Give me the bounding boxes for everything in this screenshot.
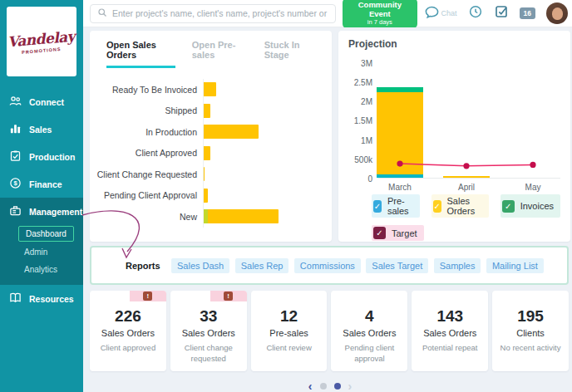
projection-title: Projection — [348, 38, 560, 50]
topbar: Community Event in 7 days Chat 16 — [83, 0, 572, 27]
chevron-left-icon[interactable]: ‹ — [308, 380, 313, 392]
search-box — [90, 4, 336, 23]
bar-track — [203, 185, 327, 207]
legend-sales-orders[interactable]: ✓ Sales Orders — [431, 194, 489, 218]
stat-card-client-approved[interactable]: ! 226 Sales Orders Client approved — [90, 291, 166, 371]
bar-row: Client Change Requested — [95, 164, 327, 185]
bar[interactable] — [204, 209, 279, 223]
card-value: 12 — [254, 307, 325, 326]
bar[interactable] — [204, 104, 210, 118]
sidebar-item-production[interactable]: Production — [0, 143, 83, 170]
sidebar-subitem-admin[interactable]: Admin — [0, 243, 83, 261]
y-tick: 0 — [348, 174, 372, 184]
legend-label: Pre-sales — [387, 196, 413, 216]
stat-cards-row: ! 226 Sales Orders Client approved ! 33 … — [90, 291, 569, 371]
stat-card-pending-approval[interactable]: 4 Sales Orders Pending client approval — [331, 291, 407, 371]
card-value: 4 — [333, 307, 405, 326]
sidebar-item-connect[interactable]: Connect — [0, 88, 83, 115]
legend-invoices[interactable]: ✓ Invoices — [500, 194, 560, 218]
clock-icon[interactable] — [468, 4, 483, 22]
y-tick: 2M — [348, 97, 372, 106]
target-line — [378, 64, 572, 189]
nav-sales-target[interactable]: Sales Target — [366, 258, 428, 273]
pagination: ‹ › — [90, 380, 570, 392]
stat-card-no-activity[interactable]: 195 Clients No recent activity — [492, 291, 569, 371]
brand-logo[interactable]: Vandelay PROMOTIONS — [7, 7, 76, 76]
checkbox-checked-icon[interactable]: ✓ — [373, 200, 382, 213]
checkbox-checked-icon[interactable]: ✓ — [373, 227, 386, 239]
legend-pre-sales[interactable]: ✓ Pre-sales — [372, 194, 420, 218]
nav-samples[interactable]: Samples — [434, 258, 481, 273]
dollar-circle-icon: $ — [9, 177, 22, 191]
community-event-title: Community Event — [350, 1, 409, 19]
bar-track — [203, 121, 327, 143]
checkbox-checked-icon[interactable]: ✓ — [502, 200, 515, 213]
bar-label: New — [95, 212, 203, 222]
page-dot-1[interactable] — [320, 383, 327, 390]
bar[interactable] — [204, 167, 205, 181]
open-orders-panel: Open Sales Orders Open Pre-sales Stuck I… — [90, 31, 332, 242]
y-tick: 2.5M — [348, 78, 372, 87]
tab-stuck-in-stage[interactable]: Stuck In Stage — [264, 40, 317, 68]
bar-label: Shipped — [95, 105, 203, 115]
bar-row: Pending Client Approval — [95, 185, 327, 207]
nav-mailing-list[interactable]: Mailing List — [486, 258, 544, 273]
chat-button[interactable]: Chat — [424, 4, 457, 23]
clipboard-check-icon — [9, 149, 22, 164]
bar[interactable] — [204, 82, 216, 96]
alert-icon: ! — [224, 292, 233, 301]
sidebar-item-finance[interactable]: $ Finance — [0, 170, 83, 198]
card-subtitle: Pending client approval — [333, 343, 405, 365]
y-tick: 1.5M — [348, 116, 372, 125]
sidebar-item-resources[interactable]: Resources — [0, 285, 83, 312]
reports-nav: Reports Sales Dash Sales Rep Commissions… — [90, 246, 569, 285]
sidebar-item-sales[interactable]: Sales — [0, 115, 83, 143]
alert-strip: ! — [210, 291, 247, 301]
bar-label: Client Change Requested — [95, 169, 203, 179]
bar-label: Ready To Be Invoiced — [95, 85, 203, 95]
nav-commissions[interactable]: Commissions — [294, 258, 361, 273]
page-dot-2[interactable] — [334, 383, 341, 390]
checkbox-checked-icon[interactable]: ✓ — [433, 200, 441, 213]
sidebar-item-label: Management — [29, 207, 82, 217]
y-tick: 1M — [348, 136, 372, 145]
stat-card-potential-repeat[interactable]: 143 Sales Orders Potential repeat — [412, 291, 488, 371]
nav-sales-rep[interactable]: Sales Rep — [235, 258, 289, 273]
chevron-right-icon[interactable]: › — [348, 380, 353, 392]
community-event-button[interactable]: Community Event in 7 days — [343, 0, 417, 28]
projection-panel: Projection 3M 2.5M 2M 1.5M 1M 500k 0 — [338, 31, 570, 242]
sidebar-subitem-dashboard[interactable]: Dashboard — [18, 226, 74, 242]
search-input[interactable] — [112, 8, 328, 18]
nav-sales-dash[interactable]: Sales Dash — [171, 258, 229, 273]
bar[interactable] — [204, 125, 259, 139]
sidebar-item-label: Production — [29, 152, 75, 162]
chat-bubble-icon — [424, 4, 440, 23]
sidebar: Vandelay PROMOTIONS Connect Sales Produc… — [0, 0, 83, 392]
projection-chart: 3M 2.5M 2M 1.5M 1M 500k 0 March April — [348, 64, 560, 184]
notification-count-badge[interactable]: 16 — [520, 7, 535, 19]
sidebar-item-label: Finance — [29, 179, 62, 189]
card-value: 33 — [173, 307, 244, 326]
main-area: Community Event in 7 days Chat 16 — [83, 0, 572, 392]
bar-track — [203, 79, 327, 100]
bar[interactable] — [204, 146, 210, 160]
stat-card-change-requested[interactable]: ! 33 Sales Orders Client change requeste… — [170, 291, 247, 371]
bar-track — [203, 206, 327, 228]
brand-name: Vandelay — [7, 27, 76, 50]
stat-card-client-review[interactable]: 12 Pre-sales Client review — [251, 291, 328, 371]
nav-reports[interactable]: Reports — [120, 258, 166, 273]
card-title: Sales Orders — [333, 328, 405, 338]
tasks-icon[interactable] — [494, 4, 509, 22]
card-title: Sales Orders — [173, 328, 244, 338]
sidebar-subitem-analytics[interactable]: Analytics — [0, 261, 83, 278]
card-subtitle: Potential repeat — [414, 343, 486, 354]
legend-target[interactable]: ✓ Target — [372, 225, 424, 241]
y-tick: 3M — [348, 59, 372, 68]
bar[interactable] — [204, 189, 208, 203]
sidebar-item-management[interactable]: Management — [0, 198, 83, 225]
search-icon — [97, 6, 107, 21]
tab-open-pre-sales[interactable]: Open Pre-sales — [192, 40, 248, 68]
sidebar-item-label: Resources — [29, 294, 74, 304]
user-avatar[interactable] — [546, 2, 568, 24]
tab-open-sales-orders[interactable]: Open Sales Orders — [106, 40, 175, 68]
